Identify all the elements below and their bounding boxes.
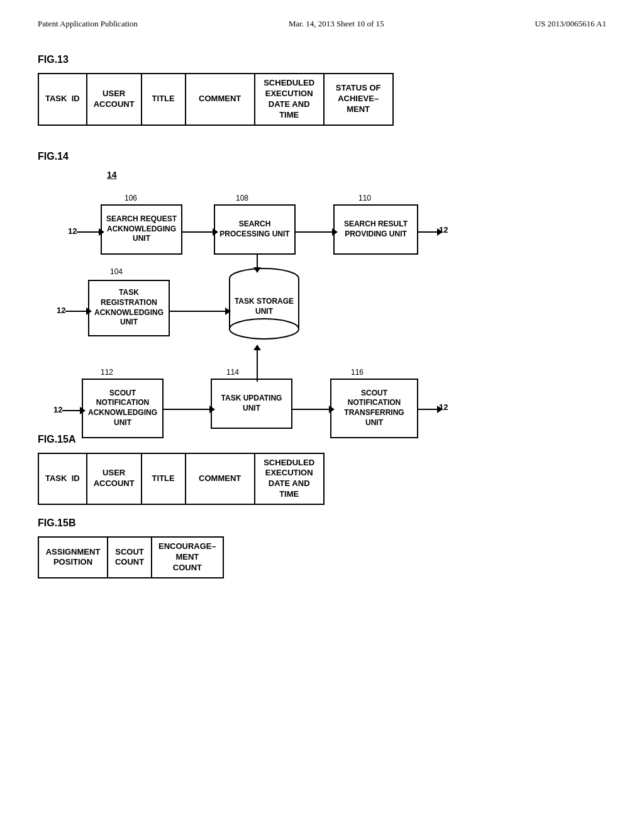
col-encourage: ENCOURAGE–MENTCOUNT <box>152 537 223 578</box>
arrow-proc-storage <box>253 255 261 273</box>
num-104: 104 <box>110 267 123 276</box>
fig15a-table: TASK ID USERACCOUNT TITLE COMMENT SCHEDU… <box>38 453 325 506</box>
fig14-section: FIG.14 14 106 108 110 SEARCH REQUESTACKN… <box>38 151 606 409</box>
fig15a-section: FIG.15A TASK ID USERACCOUNT TITLE COMMEN… <box>38 434 606 506</box>
input-label-3: 12 <box>53 405 62 414</box>
label-14: 14 <box>107 170 117 180</box>
fig15b-section: FIG.15B ASSIGNMENTPOSITION SCOUTCOUNT EN… <box>38 517 606 578</box>
col-assignment: ASSIGNMENTPOSITION <box>38 537 108 578</box>
fig13-section: FIG.13 TASK ID USERACCOUNT TITLE COMMENT… <box>38 54 606 126</box>
header-right: US 2013/0065616 A1 <box>535 19 606 29</box>
col-title: TITLE <box>142 74 186 125</box>
arrow-in-3 <box>62 407 86 414</box>
arrow-scout-update <box>164 406 215 413</box>
col-title: TITLE <box>142 453 186 505</box>
output-label-3: 12 <box>439 402 448 412</box>
fig14-diagram: 14 106 108 110 SEARCH REQUESTACKNOWLEDGI… <box>50 170 491 409</box>
table-row: TASK ID USERACCOUNT TITLE COMMENT SCHEDU… <box>38 453 324 505</box>
col-scout: SCOUTCOUNT <box>108 537 152 578</box>
search-result-box: SEARCH RESULTPROVIDING UNIT <box>333 204 418 255</box>
col-user-account: USERACCOUNT <box>87 74 142 125</box>
output-label-1: 12 <box>439 225 448 235</box>
scout-notif-box: SCOUTNOTIFICATIONACKNOWLEDGINGUNIT <box>82 379 164 438</box>
header-left: Patent Application Publication <box>38 19 138 29</box>
col-user-account: USERACCOUNT <box>87 453 142 505</box>
num-114: 114 <box>226 368 239 377</box>
header-middle: Mar. 14, 2013 Sheet 10 of 15 <box>289 19 384 29</box>
search-request-box: SEARCH REQUESTACKNOWLEDGINGUNIT <box>101 204 182 255</box>
task-reg-box: TASKREGISTRATIONACKNOWLEDGINGUNIT <box>88 280 170 336</box>
scout-transfer-box: SCOUTNOTIFICATIONTRANSFERRINGUNIT <box>330 379 418 438</box>
num-112: 112 <box>101 368 113 377</box>
col-status: STATUS OFACHIEVE–MENT <box>324 74 393 125</box>
input-label-1: 12 <box>68 226 77 236</box>
arrow-in-2 <box>65 307 92 315</box>
table-row: TASK ID USERACCOUNT TITLE COMMENT SCHEDU… <box>38 74 393 125</box>
arrow-in-1 <box>77 228 104 236</box>
col-scheduled: SCHEDULEDEXECUTIONDATE ANDTIME <box>255 74 324 125</box>
page-header: Patent Application Publication Mar. 14, … <box>38 19 606 29</box>
table-row: ASSIGNMENTPOSITION SCOUTCOUNT ENCOURAGE–… <box>38 537 223 578</box>
col-comment: COMMENT <box>186 453 255 505</box>
fig14-label: FIG.14 <box>38 151 606 162</box>
arrow-update-to-storage <box>253 345 261 382</box>
arrow-reg-storage <box>170 307 231 315</box>
num-106: 106 <box>125 194 137 202</box>
arrow-2-3 <box>296 228 338 236</box>
search-processing-box: SEARCHPROCESSING UNIT <box>214 204 296 255</box>
input-label-2: 12 <box>57 306 65 315</box>
num-116: 116 <box>351 368 364 377</box>
task-update-box: TASK UPDATINGUNIT <box>211 379 292 429</box>
col-scheduled: SCHEDULEDEXECUTIONDATE ANDTIME <box>255 453 324 505</box>
col-task-id: TASK ID <box>38 453 87 505</box>
arrow-1-2 <box>182 228 218 236</box>
col-task-id: TASK ID <box>38 74 87 125</box>
fig13-table: TASK ID USERACCOUNT TITLE COMMENT SCHEDU… <box>38 73 394 126</box>
num-110: 110 <box>358 194 371 202</box>
svg-text:UNIT: UNIT <box>255 307 274 316</box>
fig15b-table: ASSIGNMENTPOSITION SCOUTCOUNT ENCOURAGE–… <box>38 536 224 578</box>
svg-point-4 <box>230 319 299 339</box>
task-storage-cylinder: TASK STORAGE UNIT <box>226 267 302 343</box>
num-108: 108 <box>236 194 248 202</box>
col-comment: COMMENT <box>186 74 255 125</box>
arrow-update-transfer <box>292 406 335 413</box>
fig13-label: FIG.13 <box>38 54 606 65</box>
svg-text:TASK STORAGE: TASK STORAGE <box>235 297 294 306</box>
fig15b-label: FIG.15B <box>38 517 606 529</box>
